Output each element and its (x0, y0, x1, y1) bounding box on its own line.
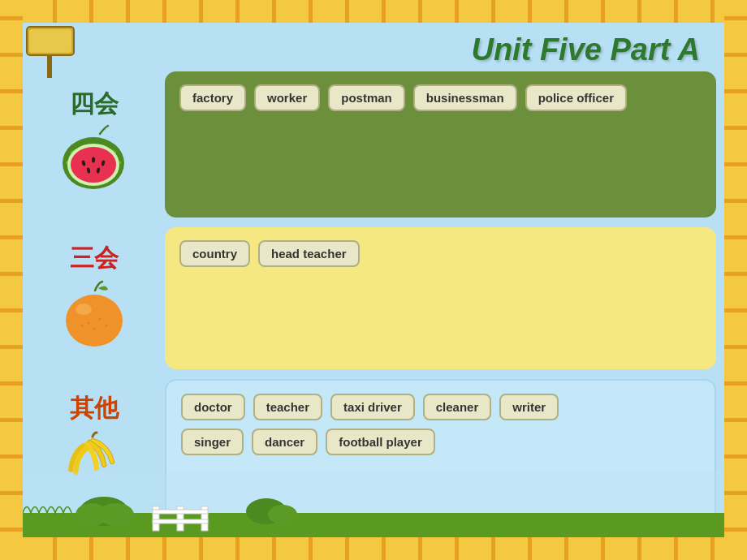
four-know-label: 四会 (70, 88, 119, 121)
word-country[interactable]: country (179, 240, 250, 267)
svg-point-17 (66, 295, 123, 347)
svg-rect-30 (153, 519, 208, 523)
page-title: Unit Five Part A (23, 23, 724, 74)
word-dancer[interactable]: dancer (252, 429, 317, 455)
bottom-scene (23, 472, 724, 537)
word-head-teacher[interactable]: head teacher (258, 240, 360, 267)
svg-point-35 (268, 505, 297, 524)
word-doctor[interactable]: doctor (181, 394, 245, 420)
word-police-officer[interactable]: police officer (525, 84, 627, 111)
top-border (0, 0, 747, 23)
svg-point-11 (71, 148, 115, 182)
svg-point-23 (105, 325, 107, 327)
svg-rect-29 (153, 510, 208, 514)
four-know-section: 四会 (58, 80, 131, 209)
svg-point-20 (98, 318, 101, 321)
word-singer[interactable]: singer (181, 429, 244, 455)
left-border (0, 0, 23, 560)
apple-fruit (58, 278, 131, 351)
word-taxi-driver[interactable]: taxi driver (330, 394, 415, 420)
svg-point-21 (93, 328, 95, 330)
watermelon-fruit (58, 124, 131, 193)
green-section: factory worker postman businessman polic… (165, 71, 716, 218)
content-area: factory worker postman businessman polic… (165, 71, 716, 529)
svg-rect-2 (29, 29, 71, 53)
other-label: 其他 (70, 392, 119, 425)
svg-point-22 (80, 325, 83, 327)
word-worker[interactable]: worker (254, 84, 320, 111)
word-cleaner[interactable]: cleaner (423, 394, 492, 420)
svg-point-18 (76, 304, 92, 315)
bottom-border (0, 537, 747, 560)
word-postman[interactable]: postman (328, 84, 405, 111)
word-businessman[interactable]: businessman (413, 84, 517, 111)
sidebar: 四会 (23, 71, 165, 510)
word-teacher[interactable]: teacher (253, 394, 322, 420)
svg-point-19 (87, 322, 89, 325)
main-content: Unit Five Part A 四会 (23, 23, 724, 537)
svg-point-13 (92, 157, 95, 163)
svg-point-33 (98, 503, 134, 526)
right-border (724, 0, 747, 560)
yellow-section: country head teacher (165, 227, 716, 369)
word-writer[interactable]: writer (499, 394, 559, 420)
word-factory[interactable]: factory (179, 84, 246, 111)
word-football-player[interactable]: football player (326, 429, 435, 455)
three-know-label: 三会 (70, 242, 119, 275)
three-know-section: 三会 (58, 234, 131, 368)
